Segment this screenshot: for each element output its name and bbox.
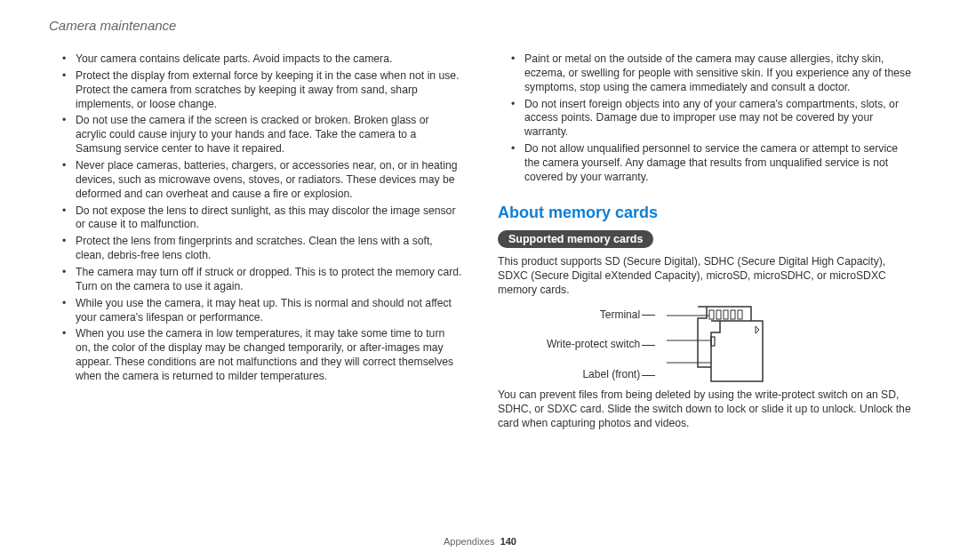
label-terminal: Terminal xyxy=(600,308,653,323)
supported-pill: Supported memory cards xyxy=(498,230,653,248)
list-item: Paint or metal on the outside of the cam… xyxy=(516,52,911,95)
footer-page-number: 140 xyxy=(500,536,516,547)
list-item: Do not use the camera if the screen is c… xyxy=(67,114,462,156)
label-write-protect: Write-protect switch xyxy=(547,338,653,352)
content-columns: Your camera contains delicate parts. Avo… xyxy=(49,52,911,529)
list-item: Your camera contains delicate parts. Avo… xyxy=(67,52,462,67)
diagram-labels: Terminal Write-protect switch Label (fro… xyxy=(547,308,653,382)
section-heading: About memory cards xyxy=(498,203,911,223)
list-item: Never place cameras, batteries, chargers… xyxy=(67,159,462,202)
right-bullet-list: Paint or metal on the outside of the cam… xyxy=(498,52,911,185)
footer-section-label: Appendixes xyxy=(444,536,495,547)
write-protect-text: You can prevent files from being deleted… xyxy=(498,388,911,431)
page-header: Camera maintenance xyxy=(49,18,911,33)
list-item: Do not expose the lens to direct sunligh… xyxy=(67,204,462,233)
list-item: Protect the display from external force … xyxy=(67,69,462,112)
left-bullet-list: Your camera contains delicate parts. Avo… xyxy=(49,52,462,384)
list-item: While you use the camera, it may heat up… xyxy=(67,297,462,325)
sd-card-icon xyxy=(667,305,764,385)
right-column: Paint or metal on the outside of the cam… xyxy=(498,52,911,529)
list-item: Do not allow unqualified personnel to se… xyxy=(516,142,911,185)
left-column: Your camera contains delicate parts. Avo… xyxy=(49,52,462,529)
supported-text: This product supports SD (Secure Digital… xyxy=(498,255,911,298)
list-item: Do not insert foreign objects into any o… xyxy=(516,98,911,140)
page-footer: Appendixes 140 xyxy=(49,536,911,547)
label-front: Label (front) xyxy=(582,368,653,382)
list-item: The camera may turn off if struck or dro… xyxy=(67,266,462,294)
list-item: When you use the camera in low temperatu… xyxy=(67,327,462,383)
sd-card-diagram: Terminal Write-protect switch Label (fro… xyxy=(547,305,911,385)
list-item: Protect the lens from fingerprints and s… xyxy=(67,235,462,263)
